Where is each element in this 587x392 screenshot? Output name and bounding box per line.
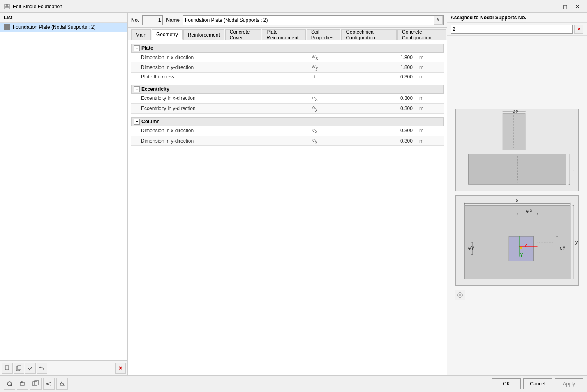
assigned-header: Assigned to Nodal Supports No. xyxy=(447,13,587,23)
cell-label: Eccentricity in x-direction xyxy=(131,94,287,104)
edit-name-button[interactable]: ✎ xyxy=(434,16,443,25)
cell-unit: m xyxy=(416,62,444,72)
bottom-tool-4[interactable] xyxy=(43,378,55,390)
bottom-tool-3[interactable] xyxy=(30,378,42,390)
svg-text:y: y xyxy=(575,239,578,245)
plate-section-header: − Plate xyxy=(131,44,444,53)
column-table: Dimension in x-direction cx 0.300 m Dime… xyxy=(131,126,444,146)
table-row: Dimension in y-direction wy 1.800 m xyxy=(131,62,444,72)
elevation-diagram: c x t xyxy=(455,109,579,191)
top-fields: No. Name ✎ xyxy=(128,13,447,28)
svg-rect-8 xyxy=(18,366,21,370)
plate-section: − Plate Dimension in x-direction wx 1.80… xyxy=(131,44,444,81)
svg-text:y: y xyxy=(471,244,474,250)
left-toolbar: ✕ xyxy=(0,360,127,375)
svg-text:y: y xyxy=(520,251,522,257)
cell-label: Dimension in y-direction xyxy=(131,62,287,72)
plan-diagram: x e x e y xyxy=(455,195,579,286)
cell-symbol: cx xyxy=(287,126,342,136)
tab-main[interactable]: Main xyxy=(131,29,151,40)
column-toggle[interactable]: − xyxy=(134,119,140,125)
ok-button[interactable]: OK xyxy=(492,378,521,389)
cell-value[interactable]: 0.300 xyxy=(342,72,416,81)
list-item[interactable]: Foundation Plate (Nodal Supports : 2) xyxy=(0,23,127,32)
cell-unit: m xyxy=(416,53,444,62)
close-button[interactable]: ✕ xyxy=(572,2,583,11)
list-header: List xyxy=(0,13,127,23)
tab-reinforcement[interactable]: Reinforcement xyxy=(183,29,224,40)
copy-button[interactable] xyxy=(14,363,24,374)
cell-symbol: ey xyxy=(287,104,342,113)
no-field[interactable] xyxy=(142,15,163,25)
plate-toggle[interactable]: − xyxy=(134,45,140,51)
diagram-area: c x t xyxy=(447,36,587,375)
column-section-header: − Column xyxy=(131,117,444,126)
list-container: Foundation Plate (Nodal Supports : 2) xyxy=(0,23,127,360)
right-panel: Assigned to Nodal Supports No. ✕ xyxy=(447,13,587,375)
cell-symbol: wx xyxy=(287,53,342,62)
assigned-input[interactable] xyxy=(451,25,573,34)
svg-text:y: y xyxy=(562,244,565,250)
window-controls: ─ ◻ ✕ xyxy=(547,2,583,11)
svg-rect-4 xyxy=(6,369,8,369)
cell-label: Dimension in x-direction xyxy=(131,126,287,136)
cell-label: Plate thickness xyxy=(131,72,287,81)
table-row: Dimension in y-direction cy 0.300 m xyxy=(131,136,444,145)
list-item-text: Foundation Plate (Nodal Supports : 2) xyxy=(13,24,95,30)
cell-symbol: ex xyxy=(287,94,342,104)
assigned-field-row: ✕ xyxy=(447,23,587,36)
bottom-tool-2[interactable] xyxy=(17,378,28,390)
name-field[interactable] xyxy=(183,15,444,25)
cell-value[interactable]: 0.300 xyxy=(342,136,416,145)
cell-value[interactable]: 1.800 xyxy=(342,62,416,72)
cell-value[interactable]: 0.300 xyxy=(342,94,416,104)
check-button[interactable] xyxy=(25,363,36,374)
tab-geometry[interactable]: Geometry xyxy=(152,29,183,40)
svg-text:x: x xyxy=(524,243,527,249)
window-title: Edit Single Foundation xyxy=(13,4,547,9)
cell-unit: m xyxy=(416,104,444,113)
table-row: Plate thickness t 0.300 m xyxy=(131,72,444,81)
bottom-right-buttons: OK Cancel Apply xyxy=(492,378,583,389)
table-row: Eccentricity in x-direction ex 0.300 m xyxy=(131,94,444,104)
svg-text:e: e xyxy=(526,208,529,214)
eccentricity-toggle[interactable]: − xyxy=(134,86,140,92)
center-panel: No. Name ✎ Main Geometry Reinforcement C… xyxy=(128,13,447,375)
no-label: No. xyxy=(131,17,139,23)
eccentricity-section-header: − Eccentricity xyxy=(131,85,444,94)
maximize-button[interactable]: ◻ xyxy=(559,2,571,11)
title-bar: Edit Single Foundation ─ ◻ ✕ xyxy=(0,0,587,13)
cell-unit: m xyxy=(416,126,444,136)
cell-value[interactable]: 0.300 xyxy=(342,126,416,136)
svg-point-57 xyxy=(459,294,461,296)
tab-soil-properties[interactable]: Soil Properties xyxy=(307,29,341,40)
bottom-tool-1[interactable] xyxy=(4,378,15,390)
cell-value[interactable]: 0.300 xyxy=(342,104,416,113)
bottom-bar: OK Cancel Apply xyxy=(0,375,587,392)
svg-point-42 xyxy=(520,247,522,249)
table-row: Eccentricity in y-direction ey 0.300 m xyxy=(131,104,444,113)
new-button[interactable] xyxy=(2,363,13,374)
tab-concrete-configuration[interactable]: Concrete Configuration xyxy=(397,29,446,40)
minimize-button[interactable]: ─ xyxy=(547,2,559,11)
tab-plate-reinforcement[interactable]: Plate Reinforcement xyxy=(262,29,306,40)
delete-button[interactable]: ✕ xyxy=(115,363,126,374)
cancel-button[interactable]: Cancel xyxy=(523,378,552,389)
svg-rect-5 xyxy=(6,368,8,368)
undo-button[interactable] xyxy=(37,363,47,374)
cell-symbol: cy xyxy=(287,136,342,145)
assigned-clear-button[interactable]: ✕ xyxy=(574,25,583,34)
apply-button[interactable]: Apply xyxy=(555,378,583,389)
svg-rect-10 xyxy=(503,113,525,150)
diagram-bottom-tools xyxy=(451,290,582,302)
bottom-tool-5[interactable] xyxy=(56,378,68,390)
tab-geotechnical-configuration[interactable]: Geotechnical Configuration xyxy=(341,29,397,40)
cell-unit: m xyxy=(416,136,444,145)
cell-unit: m xyxy=(416,94,444,104)
tab-concrete-cover[interactable]: Concrete Cover xyxy=(225,29,261,40)
cell-value[interactable]: 1.800 xyxy=(342,53,416,62)
tab-content: − Plate Dimension in x-direction wx 1.80… xyxy=(128,40,447,375)
svg-text:c: c xyxy=(560,245,562,251)
svg-text:x: x xyxy=(529,208,532,213)
diagram-tool-button[interactable] xyxy=(455,290,465,300)
